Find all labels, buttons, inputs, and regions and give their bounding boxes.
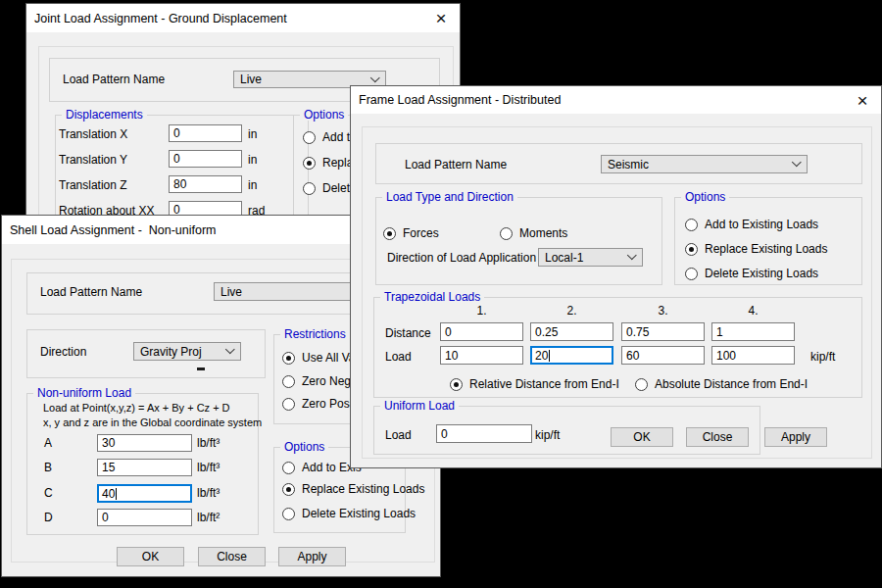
radio-icon xyxy=(303,182,316,195)
uniform-load-label: Load xyxy=(385,429,412,442)
radio-relative-distance[interactable]: Relative Distance from End-I xyxy=(450,377,619,391)
translation-x-field[interactable]: 0 xyxy=(169,124,242,142)
col-header-1: 1. xyxy=(440,305,523,318)
formula-line2: x, y and z are in the Global coordinate … xyxy=(43,416,262,429)
radio-label: Replace Existing Loads xyxy=(302,482,424,496)
load-4-field[interactable]: 100 xyxy=(711,346,795,365)
radio-delete-existing[interactable]: Delete xyxy=(303,181,357,195)
coef-d-field[interactable]: 0 xyxy=(97,509,192,526)
group-title: Uniform Load xyxy=(380,400,459,412)
radio-icon xyxy=(282,398,295,411)
translation-z-label: Translation Z xyxy=(59,179,127,192)
radio-replace-existing[interactable]: Replace Existing Loads xyxy=(685,242,827,256)
frame-load-dialog: Frame Load Assignment - Distributed × Lo… xyxy=(350,85,882,468)
frame-dialog-title: Frame Load Assignment - Distributed xyxy=(359,93,561,107)
text-cursor xyxy=(549,350,550,362)
apply-button[interactable]: Apply xyxy=(764,427,827,447)
radio-delete-existing[interactable]: Delete Existing Loads xyxy=(685,267,818,280)
field-value: 20 xyxy=(535,349,548,363)
radio-replace-existing[interactable]: Replace Existing Loads xyxy=(282,482,424,496)
radio-use-all-values[interactable]: Use All Val xyxy=(282,351,358,365)
distance-1-field[interactable]: 0 xyxy=(440,322,523,341)
shell-direction-label: Direction xyxy=(40,346,86,359)
field-value: 0 xyxy=(102,511,109,524)
radio-forces[interactable]: Forces xyxy=(383,226,439,240)
unit-label: lb/ft³ xyxy=(197,437,220,450)
radio-label: Absolute Distance from End-I xyxy=(655,377,808,391)
radio-delete-existing[interactable]: Delete Existing Loads xyxy=(282,507,416,520)
unit-label: in xyxy=(248,128,257,141)
frame-load-type-group: Load Type and Direction xyxy=(375,197,662,285)
load-3-field[interactable]: 60 xyxy=(621,346,705,365)
translation-y-label: Translation Y xyxy=(59,154,127,167)
load-2-field[interactable]: 20 xyxy=(530,346,613,365)
group-title: Options xyxy=(300,109,348,121)
distance-2-field[interactable]: 0.25 xyxy=(530,322,613,341)
close-button[interactable]: Close xyxy=(686,427,749,447)
radio-icon xyxy=(383,227,396,240)
joint-dialog-titlebar[interactable]: Joint Load Assignment - Ground Displacem… xyxy=(26,4,460,32)
formula-line1: Load at Point(x,y,z) = Ax + By + Cz + D xyxy=(43,402,230,415)
unit-label: lb/ft² xyxy=(197,512,220,524)
radio-icon xyxy=(685,219,698,231)
field-value: 60 xyxy=(626,349,639,363)
radio-absolute-distance[interactable]: Absolute Distance from End-I xyxy=(635,377,808,391)
radio-icon xyxy=(282,508,295,520)
chevron-down-icon xyxy=(627,250,637,260)
distance-4-field[interactable]: 1 xyxy=(711,322,795,341)
translation-z-field[interactable]: 80 xyxy=(169,175,242,193)
close-button[interactable]: × xyxy=(430,8,452,29)
radio-replace-existing[interactable]: Repla xyxy=(303,156,353,170)
coef-b-field[interactable]: 15 xyxy=(97,459,192,476)
ok-button[interactable]: OK xyxy=(611,427,673,447)
unit-label: lb/ft³ xyxy=(197,487,220,500)
radio-icon xyxy=(282,375,295,388)
coef-a-field[interactable]: 30 xyxy=(97,434,192,452)
radio-label: Add to Existing Loads xyxy=(705,218,818,231)
group-title: Restrictions xyxy=(280,328,350,340)
group-title: Options xyxy=(280,441,328,453)
field-value: 0 xyxy=(173,152,180,166)
close-button[interactable]: × xyxy=(852,89,873,111)
ok-button[interactable]: OK xyxy=(117,547,184,566)
distance-3-field[interactable]: 0.75 xyxy=(621,322,705,341)
coef-c-label: C xyxy=(44,487,53,500)
radio-moments[interactable]: Moments xyxy=(500,226,567,240)
radio-icon xyxy=(500,227,513,240)
col-header-2: 2. xyxy=(530,305,613,318)
unit-label: in xyxy=(248,179,257,192)
direction-of-load-combo[interactable]: Local-1 xyxy=(538,248,643,267)
radio-icon xyxy=(450,378,463,391)
shell-load-pattern-label: Load Pattern Name xyxy=(40,286,142,299)
text-cursor xyxy=(116,488,117,500)
col-header-3: 3. xyxy=(621,305,705,318)
combo-value: Live xyxy=(220,285,242,299)
frame-load-pattern-combo[interactable]: Seismic xyxy=(601,155,808,173)
distance-row-label: Distance xyxy=(385,327,431,340)
joint-dialog-title: Joint Load Assignment - Ground Displacem… xyxy=(34,12,287,25)
radio-zero-positive[interactable]: Zero Positi xyxy=(282,397,358,411)
unit-label: lb/ft³ xyxy=(197,462,220,474)
apply-button[interactable]: Apply xyxy=(278,547,346,566)
translation-y-field[interactable]: 0 xyxy=(169,150,242,168)
field-value: 10 xyxy=(445,349,458,363)
field-value: 0.75 xyxy=(626,325,649,339)
radio-icon xyxy=(282,352,295,365)
col-header-4: 4. xyxy=(711,305,795,318)
frame-dialog-titlebar[interactable]: Frame Load Assignment - Distributed × xyxy=(351,86,881,114)
close-button[interactable]: Close xyxy=(198,547,266,566)
frame-load-pattern-label: Load Pattern Name xyxy=(405,159,507,172)
coef-a-label: A xyxy=(44,437,52,450)
load-1-field[interactable]: 10 xyxy=(440,346,523,365)
radio-label: Delete Existing Loads xyxy=(705,267,818,280)
radio-add-to-existing[interactable]: Add to Existing Loads xyxy=(685,218,818,231)
radio-add-to-existing[interactable]: Add to xyxy=(303,130,357,144)
combo-value: Live xyxy=(240,73,262,86)
combo-value: Gravity Proj xyxy=(140,345,202,359)
unit-label: kip/ft xyxy=(810,351,835,364)
coef-c-field[interactable]: 40 xyxy=(97,484,192,503)
shell-direction-combo[interactable]: Gravity Proj xyxy=(133,342,241,361)
field-value: 0 xyxy=(445,325,452,339)
uniform-load-field[interactable]: 0 xyxy=(436,424,532,443)
radio-label: Replace Existing Loads xyxy=(705,242,827,256)
